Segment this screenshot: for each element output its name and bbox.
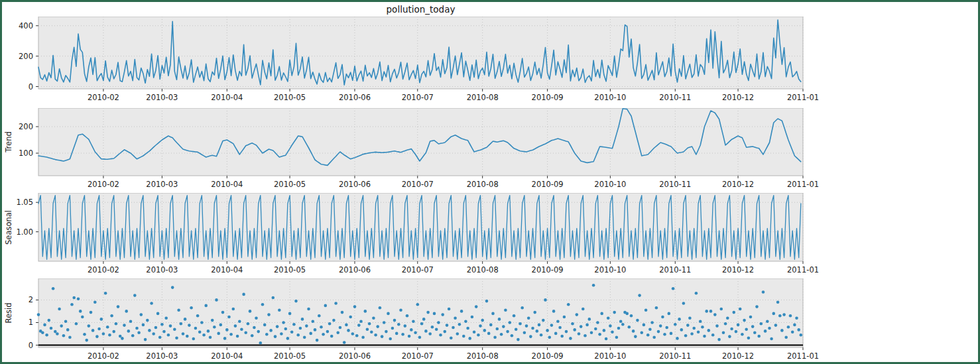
data-point xyxy=(186,335,189,338)
data-point xyxy=(299,327,302,330)
data-point xyxy=(791,331,794,334)
data-point xyxy=(198,331,202,334)
data-point xyxy=(688,316,692,320)
data-point xyxy=(546,329,549,332)
y-axis-label: Resid xyxy=(4,302,13,323)
data-point xyxy=(598,333,601,336)
data-point xyxy=(100,318,103,321)
data-point xyxy=(410,328,413,332)
data-point xyxy=(41,332,44,335)
data-point xyxy=(133,294,137,297)
data-point xyxy=(668,312,671,316)
data-point xyxy=(544,298,547,302)
data-point xyxy=(370,331,373,334)
data-point xyxy=(437,321,440,324)
data-point xyxy=(58,308,61,311)
data-point xyxy=(357,324,361,327)
data-point xyxy=(286,337,290,340)
data-point xyxy=(462,335,465,338)
data-point xyxy=(158,335,162,339)
data-point xyxy=(144,338,147,341)
data-point xyxy=(611,331,614,334)
data-point xyxy=(504,308,507,312)
data-point xyxy=(450,336,453,339)
data-point xyxy=(232,308,235,311)
data-point xyxy=(112,330,115,334)
y-tick-label: 0 xyxy=(29,82,33,91)
data-point xyxy=(580,325,583,328)
data-point xyxy=(274,335,277,338)
data-point xyxy=(697,331,700,334)
data-point xyxy=(162,330,166,334)
x-tick-label: 2011-01 xyxy=(787,265,819,274)
data-point xyxy=(435,328,438,331)
x-tick-label: 2010-10 xyxy=(594,93,626,102)
x-tick-label: 2010-08 xyxy=(467,180,499,189)
data-point xyxy=(699,320,702,324)
data-point xyxy=(519,322,522,326)
data-point xyxy=(768,327,771,330)
data-point xyxy=(81,316,84,319)
data-point xyxy=(70,303,74,306)
data-point xyxy=(52,287,55,290)
data-point xyxy=(468,337,471,340)
x-tick-label: 2010-05 xyxy=(274,351,306,361)
data-point xyxy=(726,316,729,320)
data-point xyxy=(684,334,688,337)
data-point xyxy=(127,330,131,333)
data-point xyxy=(565,330,568,334)
data-point xyxy=(766,320,769,324)
x-tick-label: 2010-04 xyxy=(211,265,243,274)
x-tick-label: 2010-05 xyxy=(274,265,306,274)
data-point xyxy=(778,314,782,318)
data-point xyxy=(422,318,426,321)
x-tick-label: 2010-04 xyxy=(211,351,243,361)
data-point xyxy=(485,300,489,303)
data-point xyxy=(630,314,633,318)
observed-plot: 02004002010-022010-032010-042010-052010-… xyxy=(2,17,831,105)
data-point xyxy=(48,319,51,322)
data-point xyxy=(420,322,424,326)
y-tick-label: 1.05 xyxy=(16,198,33,207)
x-tick-label: 2010-03 xyxy=(146,351,178,361)
data-point xyxy=(760,322,763,326)
data-point xyxy=(770,337,773,341)
data-point xyxy=(613,311,616,314)
x-tick-label: 2010-11 xyxy=(659,93,691,102)
data-point xyxy=(720,308,723,311)
data-point xyxy=(464,320,467,324)
data-point xyxy=(219,324,223,327)
data-point xyxy=(661,316,664,319)
x-tick-label: 2010-04 xyxy=(211,93,243,102)
data-point xyxy=(646,334,650,337)
data-point xyxy=(428,332,432,335)
data-point xyxy=(213,326,216,329)
y-axis-label: Seasonal xyxy=(4,210,13,245)
data-point xyxy=(387,312,390,316)
x-tick-label: 2010-06 xyxy=(339,93,371,102)
data-point xyxy=(227,316,231,319)
data-point xyxy=(292,323,296,326)
chart-figure: pollution_today 02004002010-022010-03201… xyxy=(0,0,980,364)
chart-title: pollution_today xyxy=(38,4,803,15)
data-point xyxy=(349,316,352,319)
data-point xyxy=(550,324,554,327)
data-point xyxy=(498,318,501,321)
data-point xyxy=(75,322,78,326)
data-point xyxy=(154,326,158,330)
data-point xyxy=(521,306,524,310)
data-point xyxy=(477,334,480,337)
data-point xyxy=(670,332,673,335)
data-point xyxy=(483,329,487,332)
x-tick-label: 2010-11 xyxy=(659,265,691,274)
x-tick-label: 2010-08 xyxy=(467,265,499,274)
data-point xyxy=(703,335,706,338)
x-tick-label: 2010-03 xyxy=(146,265,178,274)
data-point xyxy=(560,335,564,338)
x-tick-label: 2010-09 xyxy=(532,351,564,361)
data-point xyxy=(780,329,784,332)
data-point xyxy=(125,310,128,313)
data-point xyxy=(288,312,292,316)
data-point xyxy=(757,335,761,338)
data-point xyxy=(301,318,304,321)
